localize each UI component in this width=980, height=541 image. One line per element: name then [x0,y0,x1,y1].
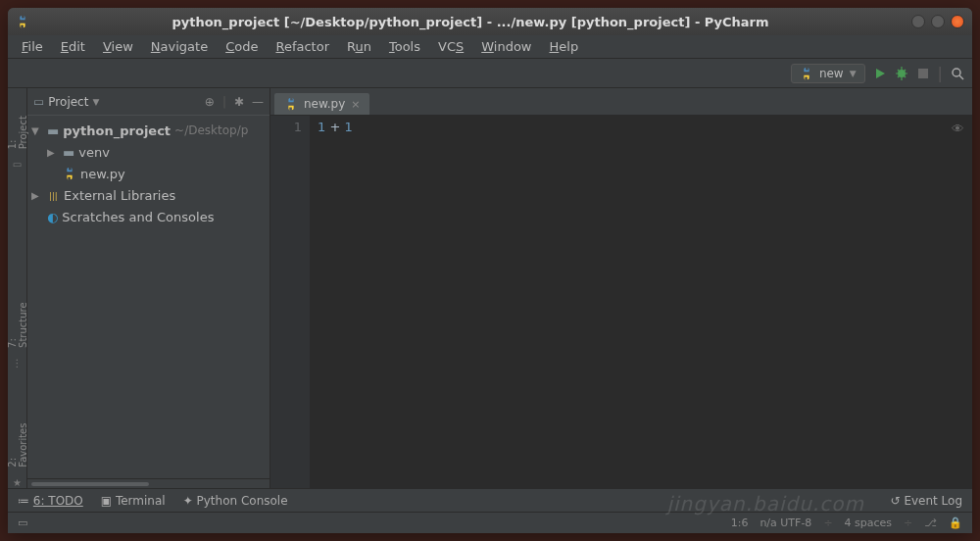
python-file-icon [63,167,76,180]
git-branch-icon[interactable]: ⎇ [924,516,937,529]
menu-help[interactable]: Help [542,37,587,56]
terminal-tool[interactable]: ▣ Terminal [101,494,166,508]
app-icon [16,15,29,28]
python-icon [800,67,813,80]
gutter-icon[interactable]: ⋮ [13,358,23,369]
run-config-selector[interactable]: new ▼ [791,64,865,83]
project-panel-title[interactable]: Project [48,95,88,109]
menu-code[interactable]: Code [218,37,266,56]
bottom-tool-bar: ≔ 6: TODO ▣ Terminal ✦ Python Console ↺ … [8,488,972,512]
menu-navigate[interactable]: Navigate [143,37,216,56]
window-controls [911,15,964,28]
horizontal-scrollbar[interactable] [27,478,270,488]
tree-root[interactable]: ▼ ▬ python_project ~/Desktop/p [27,120,270,141]
minimize-button[interactable] [911,15,925,28]
tree-item-label: Scratches and Consoles [62,210,214,224]
toolbar: new ▼ | [8,59,972,88]
caret-position[interactable]: 1:6 [731,516,749,529]
line-number: 1 [270,120,302,134]
line-number-gutter: 1 [270,116,310,488]
run-config-name: new [819,67,844,80]
expand-arrow-icon[interactable]: ▶ [47,147,59,158]
svg-rect-1 [918,69,928,78]
search-button[interactable] [951,67,964,80]
python-file-icon [284,97,298,111]
todo-tool[interactable]: ≔ 6: TODO [18,494,83,508]
tree-item-label: venv [78,145,110,160]
gutter-favorites[interactable]: 2: Favorites [7,408,28,473]
maximize-button[interactable] [931,15,945,28]
gutter-structure[interactable]: 7: Structure [7,287,28,354]
lock-icon[interactable]: 🔒 [949,516,962,529]
tree-external-libraries[interactable]: ▶ ⫼ External Libraries [27,184,270,206]
code-editor[interactable]: 1 1 + 1 👁 [270,116,972,488]
svg-point-2 [953,69,960,76]
tab-label: new.py [304,97,345,111]
menu-file[interactable]: File [14,37,51,56]
locate-icon[interactable]: ⊕ [205,95,215,109]
gutter-icon[interactable]: ▭ [13,159,22,170]
folder-icon: ▬ [47,123,59,138]
indent-setting[interactable]: 4 spaces [845,516,893,529]
file-encoding[interactable]: n/a UTF-8 [760,516,811,529]
editor-tabs: new.py × [270,88,972,116]
project-tree[interactable]: ▼ ▬ python_project ~/Desktop/p ▶ ▬ venv … [27,116,270,478]
expand-arrow-icon[interactable]: ▶ [31,190,43,201]
event-log-tool[interactable]: ↺ Event Log [891,494,963,508]
dropdown-arrow-icon[interactable]: ▼ [92,97,99,107]
code-line[interactable]: 1 + 1 [318,120,972,134]
library-icon: ⫼ [47,188,60,203]
tree-item-label: new.py [80,167,125,181]
tree-file-newpy[interactable]: new.py [27,163,270,184]
tree-item-label: External Libraries [64,188,175,203]
menu-refactor[interactable]: Refactor [268,37,337,56]
gutter-project[interactable]: 1: Project [7,100,28,155]
menu-tools[interactable]: Tools [381,37,428,56]
menu-vcs[interactable]: VCS [430,37,471,56]
left-tool-gutter: 1: Project ▭ 7: Structure ⋮ 2: Favorites… [8,88,27,488]
run-button[interactable] [873,67,887,80]
window-titlebar: python_project [~/Desktop/python_project… [8,8,972,35]
status-toggle-icon[interactable]: ▭ [18,516,27,529]
close-button[interactable] [951,15,964,28]
tree-root-name: python_project [63,123,171,138]
editor-tab-newpy[interactable]: new.py × [274,93,369,115]
tree-scratches[interactable]: ◐ Scratches and Consoles [27,206,270,227]
menu-run[interactable]: Run [339,37,379,56]
collapse-icon[interactable]: — [252,95,264,109]
status-bar: ▭ 1:6 n/a UTF-8 ÷ 4 spaces ÷ ⎇ 🔒 [8,512,972,533]
dropdown-arrow-icon: ▼ [850,69,857,78]
expand-arrow-icon[interactable]: ▼ [31,125,43,136]
menu-view[interactable]: View [95,37,141,56]
tab-close-icon[interactable]: × [351,98,360,111]
menu-window[interactable]: Window [473,37,539,56]
star-icon[interactable]: ★ [13,477,22,488]
tree-root-path: ~/Desktop/p [174,123,248,137]
menu-bar: File Edit View Navigate Code Refactor Ru… [8,35,972,59]
tree-folder-venv[interactable]: ▶ ▬ venv [27,141,270,163]
debug-button[interactable] [895,67,908,80]
inspection-eye-icon[interactable]: 👁 [952,122,964,136]
project-view-icon: ▭ [33,95,44,109]
settings-icon[interactable]: ✱ [234,95,244,109]
project-tool-window: ▭ Project ▼ ⊕ | ✱ — ▼ ▬ python_project ~… [27,88,270,488]
scratch-icon: ◐ [47,210,58,224]
python-console-tool[interactable]: ✦ Python Console [183,494,288,508]
window-title: python_project [~/Desktop/python_project… [29,15,911,29]
stop-button[interactable] [916,67,930,80]
code-content[interactable]: 1 + 1 [310,116,972,488]
folder-icon: ▬ [63,145,74,160]
menu-edit[interactable]: Edit [53,37,93,56]
